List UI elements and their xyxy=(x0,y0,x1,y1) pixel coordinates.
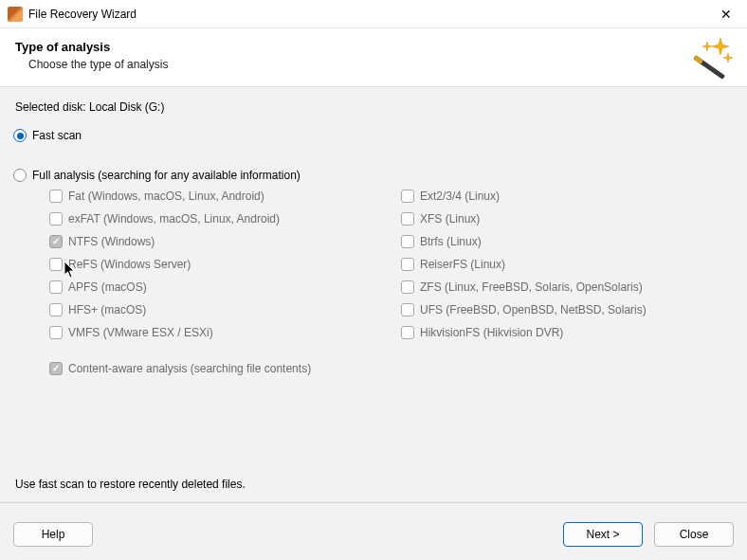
checkbox-icon xyxy=(401,190,414,203)
wand-icon xyxy=(688,36,734,81)
checkbox-icon xyxy=(401,212,414,226)
titlebar: File Recovery Wizard ✕ xyxy=(0,0,747,28)
fs-label: XFS (Linux) xyxy=(420,212,480,226)
fast-scan-option[interactable]: Fast scan xyxy=(13,129,734,142)
wizard-header: Type of analysis Choose the type of anal… xyxy=(0,28,747,87)
fs-label: Fat (Windows, macOS, Linux, Android) xyxy=(68,190,264,203)
radio-icon xyxy=(13,169,27,182)
fs-reiserfs[interactable]: ReiserFS (Linux) xyxy=(401,258,734,271)
fs-label: HikvisionFS (Hikvision DVR) xyxy=(420,326,563,339)
content-aware-option[interactable]: Content-aware analysis (searching file c… xyxy=(49,362,734,375)
fs-label: HFS+ (macOS) xyxy=(68,303,146,316)
wizard-footer: Help Next > Close xyxy=(0,513,747,560)
close-icon[interactable]: ✕ xyxy=(713,3,739,26)
hint-text: Use fast scan to restore recently delete… xyxy=(13,478,734,491)
fs-hfsplus[interactable]: HFS+ (macOS) xyxy=(49,303,382,316)
window-title: File Recovery Wizard xyxy=(28,8,137,21)
svg-marker-2 xyxy=(702,42,712,51)
fs-exfat[interactable]: exFAT (Windows, macOS, Linux, Android) xyxy=(49,212,382,226)
help-button[interactable]: Help xyxy=(13,522,93,547)
fs-apfs[interactable]: APFS (macOS) xyxy=(49,280,382,294)
radio-icon xyxy=(13,129,27,142)
checkbox-icon xyxy=(49,303,63,316)
fs-label: NTFS (Windows) xyxy=(68,235,155,248)
fs-label: APFS (macOS) xyxy=(68,280,147,294)
filesystem-grid: Fat (Windows, macOS, Linux, Android) Ext… xyxy=(49,190,734,339)
fast-scan-label: Fast scan xyxy=(32,129,82,142)
fs-label: Ext2/3/4 (Linux) xyxy=(420,190,500,203)
checkbox-icon xyxy=(401,235,414,248)
fs-hikvision[interactable]: HikvisionFS (Hikvision DVR) xyxy=(401,326,734,339)
fs-label: Btrfs (Linux) xyxy=(420,235,482,248)
svg-marker-0 xyxy=(712,38,729,55)
checkbox-icon xyxy=(49,362,63,375)
wizard-body: Selected disk: Local Disk (G:) Fast scan… xyxy=(0,87,747,513)
checkbox-icon xyxy=(401,326,414,339)
fs-label: ReFS (Windows Server) xyxy=(68,258,191,271)
fs-label: UFS (FreeBSD, OpenBSD, NetBSD, Solaris) xyxy=(420,303,647,316)
fs-ufs[interactable]: UFS (FreeBSD, OpenBSD, NetBSD, Solaris) xyxy=(401,303,734,316)
fs-btrfs[interactable]: Btrfs (Linux) xyxy=(401,235,734,248)
fs-zfs[interactable]: ZFS (Linux, FreeBSD, Solaris, OpenSolari… xyxy=(401,280,734,294)
selected-disk-label: Selected disk: Local Disk (G:) xyxy=(13,100,734,114)
fs-fat[interactable]: Fat (Windows, macOS, Linux, Android) xyxy=(49,190,382,203)
close-button[interactable]: Close xyxy=(654,522,734,547)
fs-label: VMFS (VMware ESX / ESXi) xyxy=(68,326,213,339)
full-analysis-option[interactable]: Full analysis (searching for any availab… xyxy=(13,169,734,182)
checkbox-icon xyxy=(49,280,63,294)
header-title: Type of analysis xyxy=(15,40,732,54)
fs-refs[interactable]: ReFS (Windows Server) xyxy=(49,258,382,271)
fs-vmfs[interactable]: VMFS (VMware ESX / ESXi) xyxy=(49,326,382,339)
content-aware-label: Content-aware analysis (searching file c… xyxy=(68,362,311,375)
checkbox-icon xyxy=(49,258,63,271)
checkbox-icon xyxy=(49,212,63,226)
checkbox-icon xyxy=(401,280,414,294)
checkbox-icon xyxy=(401,303,414,316)
checkbox-icon xyxy=(49,326,63,339)
footer-divider xyxy=(0,502,747,503)
checkbox-icon xyxy=(49,190,63,203)
svg-marker-1 xyxy=(723,53,733,63)
fs-label: exFAT (Windows, macOS, Linux, Android) xyxy=(68,212,280,226)
app-icon xyxy=(8,7,23,22)
fs-label: ReiserFS (Linux) xyxy=(420,258,505,271)
fs-label: ZFS (Linux, FreeBSD, Solaris, OpenSolari… xyxy=(420,280,643,294)
header-subtitle: Choose the type of analysis xyxy=(28,58,732,71)
fs-ext[interactable]: Ext2/3/4 (Linux) xyxy=(401,190,734,203)
full-analysis-label: Full analysis (searching for any availab… xyxy=(32,169,301,182)
fs-xfs[interactable]: XFS (Linux) xyxy=(401,212,734,226)
checkbox-icon xyxy=(49,235,63,248)
checkbox-icon xyxy=(401,258,414,271)
next-button[interactable]: Next > xyxy=(563,522,643,547)
fs-ntfs[interactable]: NTFS (Windows) xyxy=(49,235,382,248)
